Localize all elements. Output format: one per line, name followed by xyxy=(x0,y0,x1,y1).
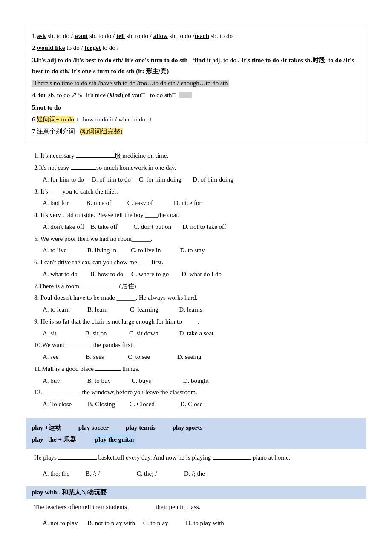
play-with-exercise-options: A. not to play B. not to play with C. to… xyxy=(43,517,366,529)
play-sports-label: play +运动 xyxy=(32,422,61,434)
play-guitar-label: play the guitar xyxy=(93,434,136,446)
play-exercise-text: He plays basketball every day. And now h… xyxy=(34,452,366,464)
question-2: 2.It's not easy so much homework in one … xyxy=(34,162,366,174)
play-tennis-label: play tennis xyxy=(126,422,156,434)
question-7: 7.There is a room (居住) xyxy=(34,280,366,292)
question-3: 3. It's ____you to catch the thief. xyxy=(34,186,366,198)
play-instrument-label: play the + 乐器 xyxy=(32,434,76,446)
question-11-options: A. buy B. to buy C. buys D. bought xyxy=(43,375,366,387)
question-5: 5. We were poor then we had no room_____… xyxy=(34,233,366,245)
question-12: 12. the windows before you leave the cla… xyxy=(34,387,366,399)
rules-box: 1.ask sb. to do / want sb. to do / tell … xyxy=(26,26,366,142)
rule-3: 3.It's adj to do /It's best to do sth/ I… xyxy=(32,55,360,77)
play-row-2: play the + 乐器 play the guitar xyxy=(32,434,360,446)
rule-6: 5.not to do xyxy=(32,102,360,113)
rule-5: 4. for sb. to do ↗↘ It's nice (kind) of … xyxy=(32,90,360,101)
question-10-options: A. see B. sees C. to see D. seeing xyxy=(43,351,366,363)
question-3-options: A. bad for B. nice of C. easy of D. nice… xyxy=(43,197,366,209)
question-8-options: A. to learn B. learn C. learning D. lear… xyxy=(43,304,366,316)
question-4: 4. It's very cold outside. Please tell t… xyxy=(34,209,366,221)
play-row-1: play +运动 play soccer play tennis play sp… xyxy=(32,422,360,434)
play-sports-example: play sports xyxy=(173,422,202,434)
question-5-options: A. to live B. living in C. to live in D.… xyxy=(43,245,366,257)
play-soccer-label: play soccer xyxy=(78,422,109,434)
question-9: 9. He is so fat that the chair is not la… xyxy=(34,316,366,328)
play-rules-box: play +运动 play soccer play tennis play sp… xyxy=(26,418,366,449)
question-12-options: A. To close B. Closing C. Closed D. Clos… xyxy=(43,399,366,410)
question-10: 10.We want the pandas first. xyxy=(34,339,366,351)
question-4-options: A. don't take off B. take off C. don't p… xyxy=(43,221,366,233)
rule-7: 6.疑问词+ to do □ how to do it / what to do… xyxy=(32,114,360,125)
questions-section: 1. It's necessary 服 medicine on time. 2.… xyxy=(26,150,366,410)
question-6: 6. I can't drive the car, can you show m… xyxy=(34,257,366,269)
play-exercise-options: A. the; the B. /; / C. the; / D. /; the xyxy=(43,468,366,480)
rule-8: 7.注意个别介词 (动词词组完整) xyxy=(32,126,360,137)
rule-4: There's no time to do sth /have sth to d… xyxy=(32,78,360,89)
question-1: 1. It's necessary 服 medicine on time. xyxy=(34,150,366,162)
question-2-options: A. for him to do B. of him to do C. for … xyxy=(43,174,366,186)
play-with-box: play with...和某人＼物玩耍 xyxy=(26,486,366,499)
question-6-options: A. what to do B. how to do C. where to g… xyxy=(43,269,366,280)
question-9-options: A. sit B. sit on C. sit down D. take a s… xyxy=(43,328,366,340)
rule-2: 2.would like to do / forget to do / xyxy=(32,42,360,53)
question-8: 8. Poul doesn't have to be made ______. … xyxy=(34,292,366,304)
question-11: 11.Mall is a good place things. xyxy=(34,363,366,375)
rule-1: 1.ask sb. to do / want sb. to do / tell … xyxy=(32,30,360,41)
play-with-exercise-text: The teachers often tell their students t… xyxy=(34,501,366,513)
